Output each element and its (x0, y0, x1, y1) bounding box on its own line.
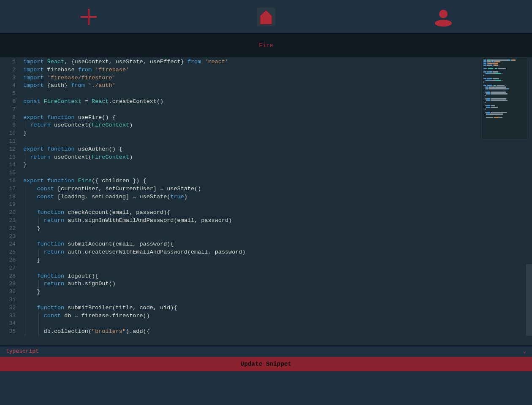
line-gutter: 1234567891011121314151617181920212223242… (0, 57, 23, 345)
svg-point-4 (435, 20, 452, 27)
snippet-title: Fire (259, 42, 273, 49)
home-icon[interactable] (255, 6, 277, 27)
update-snippet-label: Update Snippet (241, 361, 291, 367)
scrollbar-track[interactable] (526, 57, 532, 345)
code-editor[interactable]: 1234567891011121314151617181920212223242… (0, 57, 532, 345)
topbar (0, 0, 532, 34)
minimap-viewport[interactable] (482, 58, 527, 138)
plus-icon[interactable] (78, 6, 99, 27)
title-bar: Fire (0, 34, 532, 57)
update-snippet-button[interactable]: Update Snippet (0, 357, 532, 371)
minimap[interactable] (481, 57, 528, 140)
user-icon[interactable] (433, 6, 454, 27)
language-label: typescript (6, 348, 39, 354)
chevron-down-icon[interactable]: ⌄ (523, 348, 526, 354)
language-bar[interactable]: typescript ⌄ (0, 345, 532, 357)
bottom-spacer (0, 371, 532, 405)
code-content[interactable]: import React, {useContext, useState, use… (23, 57, 532, 345)
scrollbar-thumb[interactable] (526, 264, 532, 336)
svg-point-5 (439, 10, 448, 18)
